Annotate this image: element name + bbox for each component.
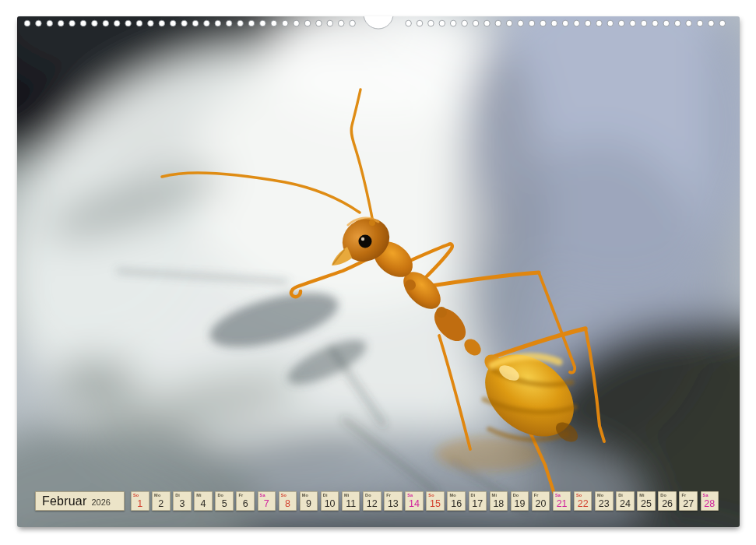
binding-hole (630, 20, 636, 26)
binding-hole (551, 20, 557, 26)
ant-eye-glint (361, 237, 364, 241)
binding-hole (237, 20, 244, 26)
binding-hole (607, 20, 614, 26)
binding-hole (80, 20, 86, 26)
binding-hole (674, 20, 680, 26)
ant-photo: Macro photograph of an orange weaver ant… (17, 16, 740, 527)
binding-hole (327, 20, 333, 26)
binding-hole (170, 20, 176, 26)
binding-hole (248, 20, 255, 26)
binding-hole (338, 20, 344, 26)
product-photo-background: Macro photograph of an orange weaver ant… (0, 0, 756, 545)
binding-hole (316, 20, 322, 26)
binding-hole (652, 20, 659, 26)
ant-eye (359, 235, 372, 248)
binding-hole (114, 20, 120, 26)
binding-hole (574, 20, 580, 26)
binding-hole (719, 20, 726, 26)
binding-hole (204, 20, 210, 26)
binding-hole (103, 20, 109, 26)
binding-hole (540, 20, 547, 26)
binding-hole (686, 20, 692, 26)
ant-coxa (436, 307, 447, 318)
binding-hole (24, 20, 30, 26)
binding-hole (192, 20, 199, 26)
binding-hole (596, 20, 603, 26)
binding-hole (406, 20, 412, 26)
binding-hole (562, 20, 568, 26)
binding-hole (350, 20, 356, 26)
binding-hole (529, 20, 535, 26)
binding-hole (663, 20, 670, 26)
binding-hole (148, 20, 154, 26)
binding-hole (294, 20, 300, 26)
binding-hole (473, 20, 479, 26)
binding-hole (260, 20, 266, 26)
calendar-page: Macro photograph of an orange weaver ant… (17, 16, 740, 527)
binding-hole (417, 20, 423, 26)
binding-hole (136, 20, 142, 26)
binding-hole (462, 20, 468, 26)
binding-hole (439, 20, 445, 26)
binding-hole (69, 20, 76, 26)
binding-hole (506, 20, 512, 26)
binding-hole (36, 20, 42, 26)
binding-hole (304, 20, 311, 26)
binding-hole (641, 20, 647, 26)
binding-hole (495, 20, 501, 26)
binding-hole (428, 20, 434, 26)
binding-hole (697, 20, 703, 26)
binding-hole (282, 20, 288, 26)
binding-hole (215, 20, 221, 26)
binding-hole (92, 20, 98, 26)
ant-antenna-base (369, 220, 375, 226)
binding-hole (518, 20, 524, 26)
binding-hole (58, 20, 64, 26)
binding-hole (47, 20, 53, 26)
binding-hole (226, 20, 232, 26)
binding-hole (484, 20, 491, 26)
binding-hole (125, 20, 132, 26)
binding-hole (271, 20, 277, 26)
binding-hole (159, 20, 165, 26)
binding-hole (450, 20, 456, 26)
binding-hole (181, 20, 188, 26)
ant-coxa (405, 280, 416, 290)
binding-hole (585, 20, 591, 26)
binding-hole (709, 20, 715, 26)
binding-hole (618, 20, 624, 26)
